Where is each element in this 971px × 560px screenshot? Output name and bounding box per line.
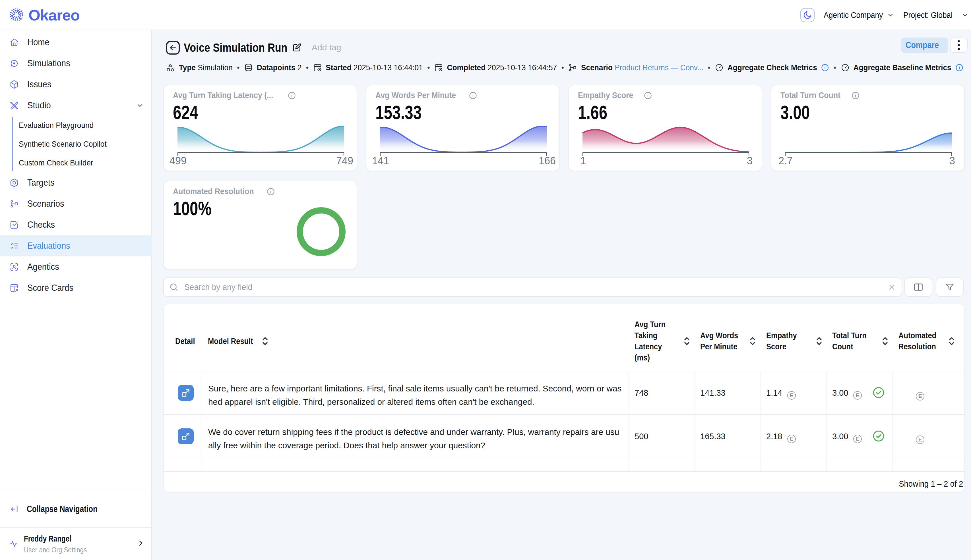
- svg-text:3: 3: [949, 155, 955, 167]
- svg-text:499: 499: [170, 155, 187, 167]
- svg-text:166: 166: [539, 155, 556, 167]
- svg-text:749: 749: [336, 155, 353, 167]
- svg-text:1: 1: [580, 155, 586, 167]
- svg-text:3: 3: [747, 155, 752, 167]
- svg-text:2.7: 2.7: [778, 155, 792, 167]
- svg-text:141: 141: [372, 155, 389, 167]
